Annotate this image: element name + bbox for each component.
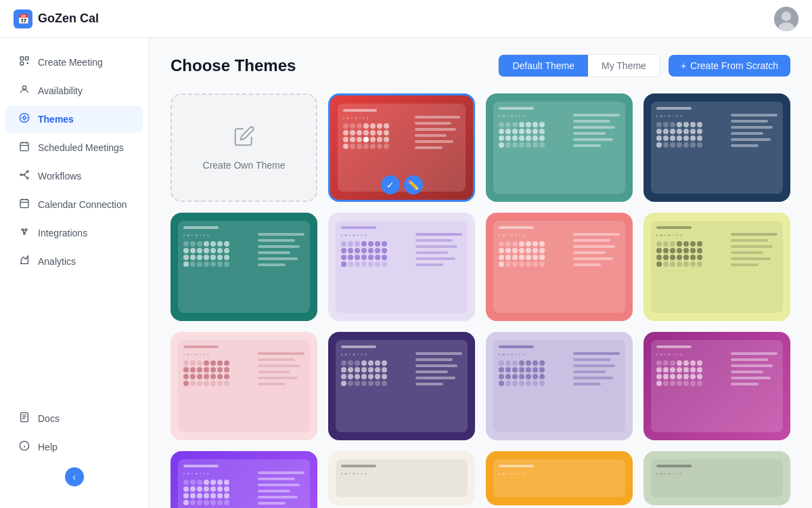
themes-grid: Create Own Theme SMTWTFS <box>171 93 790 508</box>
sidebar-item-analytics[interactable]: Analytics <box>5 248 143 275</box>
check-icon: ✓ <box>381 175 400 194</box>
svg-point-8 <box>23 117 26 119</box>
calendar-label: Calendar Connection <box>38 199 127 210</box>
calendar-preview-salmon: SMTWTFS <box>493 221 625 313</box>
theme-card-navy[interactable]: SMTWTFS <box>644 93 790 202</box>
availability-icon <box>18 84 31 98</box>
svg-point-14 <box>22 229 24 231</box>
theme-card-teal[interactable]: SMTWTFS <box>486 93 633 202</box>
tab-my-theme[interactable]: My Theme <box>588 55 660 77</box>
create-from-scratch-button[interactable]: + Create From Scratch <box>669 55 790 77</box>
selection-overlay: ✓ ✏️ <box>381 175 423 194</box>
analytics-icon <box>18 255 31 268</box>
theme-card-pink-light[interactable]: SMTWTFS <box>171 332 317 440</box>
theme-tab-group: Default Theme My Theme <box>498 54 660 77</box>
calendar-preview-teal: SMTWTFS <box>493 102 625 194</box>
help-label: Help <box>38 442 58 452</box>
sidebar-item-calendar[interactable]: Calendar Connection <box>5 191 143 218</box>
scheduled-icon <box>18 141 31 154</box>
sidebar-bottom: Docs Help ‹ <box>0 400 148 497</box>
create-own-theme-card[interactable]: Create Own Theme <box>171 93 317 202</box>
docs-label: Docs <box>38 413 60 424</box>
sidebar-item-integrations[interactable]: Integrations <box>5 219 143 247</box>
create-meeting-icon <box>18 56 31 69</box>
svg-rect-9 <box>20 143 28 151</box>
app-name: GoZen Cal <box>38 12 99 26</box>
svg-point-12 <box>26 177 28 179</box>
sidebar-nav: Create Meeting Availability Themes Sched… <box>0 49 148 275</box>
calendar-icon <box>18 198 31 211</box>
edit-icon: ✏️ <box>404 175 423 194</box>
content-header: Choose Themes Default Theme My Theme + C… <box>171 54 790 77</box>
topbar: 📅 GoZen Cal <box>0 0 812 38</box>
app-logo[interactable]: 📅 GoZen Cal <box>14 9 99 28</box>
theme-card-purple-bright[interactable]: SMTWTFS <box>171 451 317 508</box>
sidebar-item-create-meeting[interactable]: Create Meeting <box>5 49 143 76</box>
sidebar: Create Meeting Availability Themes Sched… <box>0 38 149 508</box>
svg-point-15 <box>25 229 27 231</box>
create-plus-icon: + <box>681 60 686 71</box>
calendar-preview-cream: SMTWTFS <box>336 459 468 497</box>
theme-card-lavender[interactable]: SMTWTFS <box>328 213 475 321</box>
svg-rect-5 <box>20 62 24 65</box>
sidebar-item-help[interactable]: Help <box>5 433 143 461</box>
svg-rect-3 <box>20 57 24 60</box>
theme-card-teal-dark[interactable]: SMTWTFS <box>171 213 317 321</box>
calendar-preview-purple-dark: SMTWTFS <box>336 340 468 432</box>
content-area: Choose Themes Default Theme My Theme + C… <box>149 38 812 508</box>
workflows-icon <box>18 169 31 183</box>
logo-icon: 📅 <box>14 9 32 28</box>
themes-icon <box>18 112 31 126</box>
theme-card-cream[interactable]: SMTWTFS <box>328 451 475 505</box>
avatar[interactable] <box>774 7 798 31</box>
integrations-label: Integrations <box>38 228 87 238</box>
theme-card-lime[interactable]: SMTWTFS <box>644 213 790 321</box>
sidebar-item-workflows[interactable]: Workflows <box>5 163 143 190</box>
calendar-preview-lavender: SMTWTFS <box>336 221 468 313</box>
theme-card-purple-dark[interactable]: SMTWTFS <box>328 332 475 440</box>
theme-card-lilac[interactable]: SMTWTFS <box>486 332 633 440</box>
availability-label: Availability <box>38 85 83 96</box>
create-meeting-label: Create Meeting <box>38 57 103 68</box>
theme-card-red-gradient[interactable]: SMTWTFS <box>328 93 475 202</box>
theme-card-orange[interactable]: SMTWTFS <box>486 451 633 505</box>
create-btn-label: Create From Scratch <box>690 60 778 71</box>
scheduled-label: Scheduled Meetings <box>38 142 124 153</box>
theme-card-magenta[interactable]: SMTWTFS <box>644 332 790 440</box>
themes-label: Themes <box>38 114 74 125</box>
theme-card-salmon[interactable]: SMTWTFS <box>486 213 633 321</box>
sidebar-item-availability[interactable]: Availability <box>5 77 143 104</box>
svg-rect-4 <box>25 57 28 60</box>
create-own-label: Create Own Theme <box>203 160 286 171</box>
integrations-icon <box>18 226 31 240</box>
svg-point-6 <box>22 86 26 89</box>
calendar-preview-teal-dark: SMTWTFS <box>178 221 310 313</box>
analytics-label: Analytics <box>38 256 76 267</box>
page-title: Choose Themes <box>171 56 296 75</box>
svg-rect-13 <box>20 200 28 208</box>
sidebar-item-scheduled[interactable]: Scheduled Meetings <box>5 134 143 161</box>
sidebar-item-themes[interactable]: Themes <box>5 106 143 133</box>
calendar-preview-magenta: SMTWTFS <box>651 340 783 432</box>
calendar-preview-sage: SMTWTFS <box>651 459 783 497</box>
calendar-preview-orange: SMTWTFS <box>493 459 625 497</box>
svg-point-1 <box>782 12 791 21</box>
theme-card-sage[interactable]: SMTWTFS <box>644 451 790 505</box>
help-icon <box>18 440 31 454</box>
svg-point-10 <box>20 174 22 176</box>
calendar-preview-navy: SMTWTFS <box>651 102 783 194</box>
workflows-label: Workflows <box>38 171 81 182</box>
calendar-preview-lilac: SMTWTFS <box>493 340 625 432</box>
docs-icon <box>18 412 31 425</box>
sidebar-item-docs[interactable]: Docs <box>5 405 143 432</box>
tab-default-theme[interactable]: Default Theme <box>499 55 588 77</box>
calendar-preview-pink: SMTWTFS <box>178 340 310 432</box>
svg-point-16 <box>24 232 26 234</box>
svg-point-11 <box>26 171 28 173</box>
calendar-preview-purple-bright: SMTWTFS <box>178 459 310 508</box>
calendar-preview-lime: SMTWTFS <box>651 221 783 313</box>
sidebar-collapse-btn[interactable]: ‹ <box>65 467 84 486</box>
pencil-icon <box>233 125 255 152</box>
header-actions: Default Theme My Theme + Create From Scr… <box>498 54 790 77</box>
main-layout: Create Meeting Availability Themes Sched… <box>0 38 812 508</box>
